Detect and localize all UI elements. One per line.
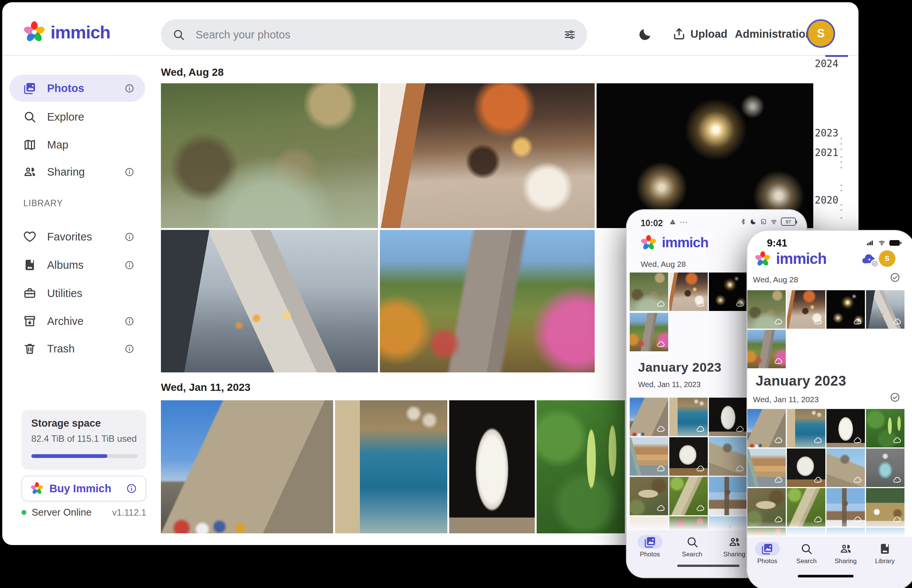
photo-stone-sculpture[interactable] xyxy=(787,449,825,487)
status-icons-left: ⋯ xyxy=(669,218,688,226)
timeline-year-2024[interactable]: 2024 xyxy=(815,58,838,69)
sidebar-item-trash[interactable]: Trash xyxy=(10,335,145,362)
sidebar-item-label: Utilities xyxy=(47,287,82,300)
sidebar-item-archive[interactable]: Archive xyxy=(10,308,145,335)
photo-autumn-path[interactable] xyxy=(380,230,595,372)
info-icon[interactable] xyxy=(124,260,134,270)
nav-item-library[interactable]: Library xyxy=(868,542,902,565)
sidebar-item-sharing[interactable]: Sharing xyxy=(10,158,145,186)
photo-lizard-moss[interactable] xyxy=(669,477,708,515)
administration-link[interactable]: Administration xyxy=(735,28,812,40)
photo-coastal-town[interactable] xyxy=(335,400,447,533)
photo-marble-bust[interactable] xyxy=(709,397,747,436)
search-input[interactable] xyxy=(195,28,564,42)
timeline-tick xyxy=(840,156,842,158)
photo-coastal-town[interactable] xyxy=(787,409,825,447)
cloud-icon xyxy=(853,476,862,485)
sidebar-item-favorites[interactable]: Favorites xyxy=(10,223,145,250)
photo-coastal-town[interactable] xyxy=(669,397,708,436)
sidebar-item-albums[interactable]: Albums xyxy=(10,251,145,279)
sidebar-item-photos[interactable]: Photos xyxy=(10,74,145,102)
nav-item-search[interactable]: Search xyxy=(789,542,823,565)
cloud-icon xyxy=(696,464,705,473)
photo-beach-cliff[interactable] xyxy=(630,437,668,476)
battery-icon: 97 xyxy=(781,218,796,226)
photos-icon xyxy=(644,536,657,548)
brand-name: immich xyxy=(50,22,110,43)
buy-immich-button[interactable]: Buy Immich xyxy=(21,476,146,501)
nav-item-sharing[interactable]: Sharing xyxy=(829,542,863,565)
cloud-icon xyxy=(774,357,783,366)
cloud-icon xyxy=(774,476,783,485)
photo-row xyxy=(630,477,747,515)
info-icon[interactable] xyxy=(124,316,134,326)
photo-monkeys-zoo[interactable] xyxy=(630,273,668,311)
photo-marble-bust[interactable] xyxy=(449,400,535,533)
nav-item-photos[interactable]: Photos xyxy=(750,542,784,565)
sidebar-item-explore[interactable]: Explore xyxy=(10,103,145,131)
photo-dinner-table[interactable] xyxy=(787,290,825,329)
sidebar-item-map[interactable]: Map xyxy=(10,131,145,158)
select-all-check-icon[interactable] xyxy=(890,272,900,283)
select-all-check-icon[interactable] xyxy=(890,392,900,402)
photo-silver-ornament[interactable] xyxy=(866,449,904,487)
photo-castle-ruins[interactable] xyxy=(709,437,747,476)
photo-stone-sculpture[interactable] xyxy=(669,437,708,476)
nav-item-search[interactable]: Search xyxy=(674,535,710,558)
nav-item-sharing[interactable]: Sharing xyxy=(717,535,752,558)
photo-autumn-path[interactable] xyxy=(630,313,668,351)
photo-lizard[interactable] xyxy=(630,477,668,515)
brand-name: immich xyxy=(776,250,826,267)
photo-holding-hands[interactable] xyxy=(161,230,378,372)
date-group-header: Wed, Aug 28 xyxy=(641,260,686,269)
photo-monkeys-zoo[interactable] xyxy=(161,83,378,228)
photo-beach-cliff[interactable] xyxy=(747,449,786,487)
photo-marble-bust[interactable] xyxy=(826,409,865,447)
backup-cloud-icon[interactable] xyxy=(860,252,877,267)
immich-logo[interactable]: immich xyxy=(23,21,110,43)
photo-fortress-wall[interactable] xyxy=(747,409,786,447)
photo-fireworks[interactable] xyxy=(597,83,813,228)
nav-label: Library xyxy=(868,557,902,565)
photo-dinner-table[interactable] xyxy=(380,83,595,228)
album-icon xyxy=(23,258,37,272)
timeline-year-2023[interactable]: 2023 xyxy=(815,128,838,139)
info-icon[interactable] xyxy=(126,483,137,494)
timeline-year-2020[interactable]: 2020 xyxy=(815,194,838,206)
photo-row xyxy=(747,449,904,487)
photo-castle-ruins[interactable] xyxy=(826,449,865,487)
photo-sea-grapes[interactable] xyxy=(537,400,625,533)
info-icon[interactable] xyxy=(124,83,134,94)
nav-pill xyxy=(722,535,747,549)
timeline-tick xyxy=(840,204,842,206)
timeline-tick xyxy=(840,209,842,211)
photo-sea-grapes[interactable] xyxy=(866,409,904,447)
info-icon[interactable] xyxy=(124,232,134,242)
photo-autumn-path[interactable] xyxy=(747,330,786,368)
photo-fortress-wall[interactable] xyxy=(161,400,333,533)
upload-button[interactable]: Upload xyxy=(691,28,727,40)
photo-dinner-table[interactable] xyxy=(669,273,708,311)
photo-holding-hands[interactable] xyxy=(866,290,904,329)
info-icon[interactable] xyxy=(124,167,134,177)
user-avatar[interactable]: S xyxy=(807,19,835,48)
nav-item-photos[interactable]: Photos xyxy=(632,535,668,558)
theme-toggle-moon-icon[interactable] xyxy=(638,27,652,42)
photo-fireworks[interactable] xyxy=(826,290,865,329)
sidebar-item-utilities[interactable]: Utilities xyxy=(10,279,145,307)
photo-snowy-church[interactable] xyxy=(709,477,747,515)
search-filters-icon[interactable] xyxy=(564,29,576,41)
sharing-people-icon xyxy=(839,543,852,555)
photo-monkeys-zoo[interactable] xyxy=(747,290,786,329)
timeline-year-2021[interactable]: 2021 xyxy=(815,147,838,158)
home-indicator xyxy=(677,565,739,567)
date-group-header: Wed, Aug 28 xyxy=(753,275,798,284)
photo-fortress-wall[interactable] xyxy=(630,397,668,436)
heart-icon xyxy=(23,230,37,244)
server-online-dot xyxy=(21,510,26,515)
user-avatar[interactable]: S xyxy=(879,250,896,267)
search-bar[interactable] xyxy=(161,19,587,50)
info-icon[interactable] xyxy=(124,344,134,354)
bottom-nav: Photos Search Sharing Library xyxy=(747,537,912,588)
photo-fireworks[interactable] xyxy=(709,273,747,311)
